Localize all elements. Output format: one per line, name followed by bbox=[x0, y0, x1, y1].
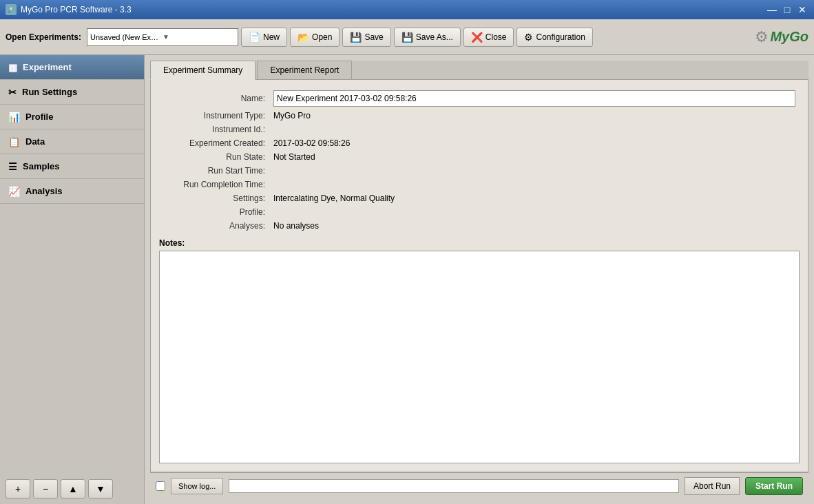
tab-experiment-report-label: Experiment Report bbox=[270, 65, 339, 75]
samples-icon: ☰ bbox=[8, 161, 17, 172]
sidebar-item-profile[interactable]: 📊 Profile bbox=[0, 105, 144, 129]
show-log-button[interactable]: Show log... bbox=[171, 478, 223, 494]
sidebar-item-data-label: Data bbox=[25, 136, 45, 147]
save-as-label: Save As... bbox=[416, 32, 453, 42]
tab-experiment-summary[interactable]: Experiment Summary bbox=[150, 61, 255, 80]
move-down-button[interactable]: ▼ bbox=[88, 479, 113, 498]
sidebar-item-samples-label: Samples bbox=[23, 161, 59, 171]
profile-icon: 📊 bbox=[8, 112, 20, 123]
name-input[interactable] bbox=[273, 90, 795, 107]
sidebar: ▦ Experiment ✂ Run Settings 📊 Profile 📋 … bbox=[0, 55, 145, 504]
sidebar-bottom-buttons: + − ▲ ▼ bbox=[0, 474, 144, 504]
open-experiments-label: Open Experiments: bbox=[6, 32, 81, 42]
show-log-label: Show log... bbox=[178, 482, 216, 490]
titlebar: 🔬 MyGo Pro PCR Software - 3.3 — □ ✕ bbox=[0, 0, 814, 19]
run-state-label: Run State: bbox=[159, 150, 269, 164]
tab-experiment-summary-label: Experiment Summary bbox=[163, 65, 242, 75]
bottom-bar: Show log... Abort Run Start Run bbox=[150, 472, 808, 498]
sidebar-item-analysis[interactable]: 📈 Analysis bbox=[0, 179, 144, 204]
save-as-button[interactable]: 💾 Save As... bbox=[394, 28, 461, 47]
sidebar-item-data[interactable]: 📋 Data bbox=[0, 129, 144, 154]
settings-label: Settings: bbox=[159, 191, 269, 205]
close-icon: ❌ bbox=[471, 32, 483, 43]
configuration-button[interactable]: ⚙ Configuration bbox=[516, 28, 592, 47]
tab-bar: Experiment Summary Experiment Report bbox=[150, 61, 808, 80]
experiment-created-value: 2017-03-02 09:58:26 bbox=[269, 136, 800, 150]
save-as-icon: 💾 bbox=[401, 32, 413, 43]
save-label: Save bbox=[364, 32, 383, 42]
tab-experiment-report[interactable]: Experiment Report bbox=[257, 61, 352, 80]
close-window-button[interactable]: ✕ bbox=[796, 3, 808, 16]
content-panel: Name: Instrument Type: MyGo Pro Instrume… bbox=[150, 79, 808, 472]
remove-item-button[interactable]: − bbox=[33, 479, 58, 498]
run-completion-time-label: Run Completion Time: bbox=[159, 178, 269, 191]
new-icon: 📄 bbox=[249, 32, 260, 43]
new-button[interactable]: 📄 New bbox=[241, 28, 287, 47]
sidebar-item-profile-label: Profile bbox=[25, 112, 53, 122]
logo-text: MyGo bbox=[770, 29, 808, 45]
close-label: Close bbox=[486, 32, 507, 42]
configuration-label: Configuration bbox=[536, 32, 585, 42]
right-panel: Experiment Summary Experiment Report Nam… bbox=[145, 55, 814, 504]
maximize-button[interactable]: □ bbox=[781, 3, 793, 16]
experiment-form: Name: Instrument Type: MyGo Pro Instrume… bbox=[159, 88, 800, 233]
move-up-button[interactable]: ▲ bbox=[61, 479, 85, 498]
run-state-value: Not Started bbox=[269, 150, 800, 164]
experiment-dropdown-value: Unsaved (New Experiment 201... bbox=[90, 33, 163, 41]
instrument-type-value: MyGo Pro bbox=[269, 109, 800, 123]
open-icon: 📂 bbox=[298, 32, 309, 43]
sidebar-item-experiment[interactable]: ▦ Experiment bbox=[0, 55, 144, 80]
open-label: Open bbox=[312, 32, 332, 42]
add-item-button[interactable]: + bbox=[6, 479, 30, 498]
save-button[interactable]: 💾 Save bbox=[342, 28, 390, 47]
run-completion-time-value bbox=[269, 178, 800, 191]
close-button[interactable]: ❌ Close bbox=[463, 28, 514, 47]
experiment-created-label: Experiment Created: bbox=[159, 136, 269, 150]
configuration-icon: ⚙ bbox=[524, 32, 533, 43]
sidebar-item-experiment-label: Experiment bbox=[23, 62, 72, 72]
abort-run-button[interactable]: Abort Run bbox=[685, 477, 740, 495]
profile-label: Profile: bbox=[159, 205, 269, 219]
start-run-label: Start Run bbox=[755, 481, 793, 491]
show-log-checkbox[interactable] bbox=[156, 481, 165, 491]
save-icon: 💾 bbox=[350, 32, 362, 43]
profile-value bbox=[269, 205, 800, 219]
run-start-time-value bbox=[269, 164, 800, 178]
run-start-time-label: Run Start Time: bbox=[159, 164, 269, 178]
settings-value: Intercalating Dye, Normal Quality bbox=[269, 191, 800, 205]
name-label: Name: bbox=[159, 88, 269, 109]
run-settings-icon: ✂ bbox=[8, 87, 17, 98]
notes-textarea[interactable] bbox=[159, 251, 800, 463]
sidebar-item-analysis-label: Analysis bbox=[25, 186, 62, 196]
data-icon: 📋 bbox=[8, 136, 20, 147]
dropdown-arrow-icon: ▼ bbox=[163, 33, 235, 41]
sidebar-item-samples[interactable]: ☰ Samples bbox=[0, 154, 144, 179]
analysis-icon: 📈 bbox=[8, 186, 20, 197]
new-label: New bbox=[263, 32, 280, 42]
experiment-icon: ▦ bbox=[8, 62, 17, 73]
log-progress-bar bbox=[229, 479, 679, 493]
analyses-label: Analyses: bbox=[159, 219, 269, 233]
logo-gear-icon: ⚙ bbox=[755, 28, 769, 46]
instrument-id-label: Instrument Id.: bbox=[159, 123, 269, 136]
open-button[interactable]: 📂 Open bbox=[290, 28, 340, 47]
abort-run-label: Abort Run bbox=[693, 481, 731, 491]
notes-label: Notes: bbox=[159, 238, 800, 248]
app-icon: 🔬 bbox=[6, 4, 17, 15]
main-content: ▦ Experiment ✂ Run Settings 📊 Profile 📋 … bbox=[0, 55, 814, 504]
analyses-value: No analyses bbox=[269, 219, 800, 233]
instrument-type-label: Instrument Type: bbox=[159, 109, 269, 123]
toolbar: Open Experiments: Unsaved (New Experimen… bbox=[0, 19, 814, 55]
minimize-button[interactable]: — bbox=[766, 3, 778, 16]
logo-area: ⚙ MyGo bbox=[755, 28, 808, 46]
sidebar-item-run-settings-label: Run Settings bbox=[22, 87, 77, 97]
sidebar-item-run-settings[interactable]: ✂ Run Settings bbox=[0, 80, 144, 105]
start-run-button[interactable]: Start Run bbox=[745, 477, 803, 495]
instrument-id-value bbox=[269, 123, 800, 136]
experiment-dropdown[interactable]: Unsaved (New Experiment 201... ▼ bbox=[87, 28, 238, 46]
app-title: MyGo Pro PCR Software - 3.3 bbox=[21, 5, 132, 14]
